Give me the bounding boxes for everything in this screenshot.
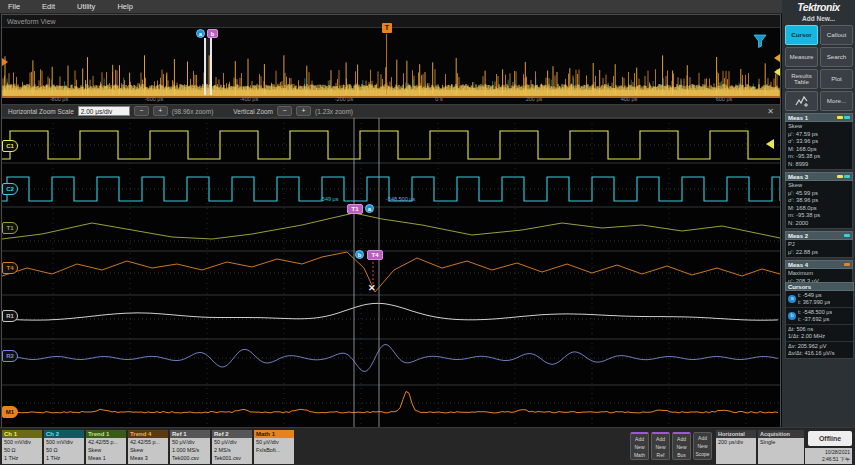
right-sidebar: Tektronix Add New... CursorCalloutMeasur… [782, 0, 855, 427]
cursor-b-marker[interactable]: b [355, 250, 364, 259]
badge-ref-2[interactable]: Ref 250 μV/div2 MS/sTek001.csv [212, 430, 252, 464]
measurement-badges: Meas 1Skewμ': 47.59 psσ': 33.96 psM: 168… [782, 111, 855, 287]
cursor-flag-t4[interactable]: T4 [367, 250, 383, 260]
menu-bar: FileEditUtilityHelp [0, 0, 782, 14]
zoom-window-handle[interactable] [204, 38, 212, 95]
waypoint-marker[interactable]: ✕ [368, 283, 376, 293]
add-button-line: Add [631, 435, 648, 443]
zoom-close-icon[interactable]: ✕ [767, 107, 774, 116]
meas-value-line: M: 168.0ps [788, 205, 850, 213]
cursor-a-marker[interactable]: a [365, 204, 374, 213]
hzoom-plus-button[interactable]: + [153, 106, 168, 116]
more--button[interactable]: More... [820, 91, 853, 111]
add-new-scope-button[interactable]: AddNewScope [693, 432, 712, 460]
meas-badge-meas-2[interactable]: Meas 2PJμ': 22.88 ps [785, 231, 853, 258]
add-new-button-grid: CursorCalloutMeasureSearchResults TableP… [785, 25, 853, 111]
callout-button[interactable]: Callout [820, 25, 853, 45]
overview-tick-label: 400 μs [621, 96, 638, 102]
meas-value-line: Maximum [788, 270, 850, 278]
cursors-results-panel[interactable]: Cursors a t: -549 μs t: 367.990 μs b t: … [785, 282, 854, 359]
handle-r2[interactable]: R2 [2, 350, 18, 362]
draw-button[interactable] [785, 91, 818, 111]
meas-value-line: μ': 22.88 ps [788, 249, 850, 257]
date: 10/28/2021 [807, 449, 850, 456]
horizontal-badge[interactable]: Horizontal 200 μs/div [716, 430, 756, 464]
waveform-traces [2, 118, 780, 428]
inv-delta-t: 1/Δt: 2.00 MHz [788, 333, 851, 340]
hzoom-scale-input[interactable] [78, 106, 130, 116]
handle-r1[interactable]: R1 [2, 310, 18, 322]
trigger-marker[interactable]: T [382, 23, 392, 33]
waveform-panel: Waveform View -800 μs-600 μs-400 μs-200 … [1, 14, 781, 427]
cursor-button[interactable]: Cursor [785, 25, 818, 45]
badge-title: Trend 4 [128, 430, 168, 438]
handle-c2[interactable]: C2 [2, 183, 18, 195]
handle-m1[interactable]: M1 [2, 406, 18, 418]
acquisition-badge[interactable]: Acquisition Single [758, 430, 804, 464]
overview-tick-label: 200 μs [526, 96, 543, 102]
badge-trend-4[interactable]: Trend 442.42/55 p...SkewMeas 3 [128, 430, 168, 464]
bottom-badge-bar: Ch 1500 mV/div50 Ω1 THzCh 2500 mV/div50 … [0, 427, 855, 465]
cursor-flag-t1[interactable]: T1 [347, 204, 363, 214]
badge-title: Ref 2 [212, 430, 252, 438]
vzoom-plus-button[interactable]: + [296, 106, 311, 116]
trigger-level-arrow[interactable] [766, 139, 774, 149]
menu-item-utility[interactable]: Utility [77, 2, 95, 11]
badge-math-1[interactable]: Math 150 μV/divFxIsBoft... [254, 430, 294, 464]
hzoom-factor: (98.96x zoom) [172, 108, 214, 115]
search-button[interactable]: Search [820, 47, 853, 67]
badge-line: FxIsBoft... [256, 446, 292, 454]
meas-badge-meas-1[interactable]: Meas 1Skewμ': 47.59 psσ': 33.96 psM: 168… [785, 113, 853, 170]
results-table-button[interactable]: Results Table [785, 69, 818, 89]
menu-item-file[interactable]: File [8, 2, 20, 11]
badge-ch-1[interactable]: Ch 1500 mV/div50 Ω1 THz [2, 430, 42, 464]
badge-ch-2[interactable]: Ch 2500 mV/div50 Ω1 THz [44, 430, 84, 464]
meas-value-line: Skew [788, 182, 850, 190]
delta-v: Δv: 205.962 μV [788, 343, 851, 350]
badge-trend-1[interactable]: Trend 142.42/55 p...SkewMeas 1 [86, 430, 126, 464]
horizontal-badge-value: 200 μs/div [716, 438, 756, 464]
overview-tick-label: -200 μs [335, 96, 353, 102]
handle-t1[interactable]: T1 [2, 222, 18, 234]
acquisition-badge-title: Acquisition [758, 430, 804, 438]
source-chip [837, 116, 843, 119]
zoom-toolbar: Horizontal Zoom Scale − + (98.96x zoom) … [2, 104, 780, 118]
add-new-ref-button[interactable]: AddNewRef [651, 432, 670, 460]
badge-line: Meas 3 [130, 454, 166, 462]
overview-cursor-a[interactable]: a [196, 29, 205, 38]
filter-funnel-icon[interactable] [753, 34, 767, 48]
badge-title: Ref 1 [170, 430, 210, 438]
main-graticule[interactable]: C1C2T1T4R1R2M1 T1 a b T4 ✕ -549 μs -548.… [2, 118, 780, 428]
delta-v-readout: Δv: 205.962 μV Δv/Δt: 416.16 μV/s [786, 342, 853, 358]
cursor-b-t2: t: -37.692 μs [798, 316, 832, 323]
time: 2:46:51 下午 [807, 456, 850, 463]
vzoom-minus-button[interactable]: − [277, 106, 292, 116]
badge-title: Ch 1 [2, 430, 42, 438]
cursor-b-icon: b [788, 312, 796, 320]
add-button-line: Add [652, 435, 669, 443]
add-new-bus-button[interactable]: AddNewBus [672, 432, 691, 460]
add-button-line: New [631, 443, 648, 451]
draw-icon [795, 95, 809, 107]
hzoom-label: Horizontal Zoom Scale [8, 108, 74, 115]
meas-badge-meas-3[interactable]: Meas 3Skewμ': 45.99 psσ': 38.96 psM: 168… [785, 172, 853, 229]
add-new-math-button[interactable]: AddNewMath [630, 432, 649, 460]
offline-button[interactable]: Offline [808, 431, 852, 446]
acquisition-overview[interactable]: -800 μs-600 μs-400 μs-200 μs0 s200 μs400… [2, 28, 780, 104]
hzoom-minus-button[interactable]: − [134, 106, 149, 116]
source-chip [837, 175, 843, 178]
plot-button[interactable]: Plot [820, 69, 853, 89]
overview-cursor-b[interactable]: b [207, 29, 218, 38]
meas-value-line: PJ [788, 241, 850, 249]
measure-button[interactable]: Measure [785, 47, 818, 67]
badge-line: Tek001.csv [214, 454, 250, 462]
badge-line: 1 THz [46, 454, 82, 462]
handle-c1[interactable]: C1 [2, 140, 18, 152]
menu-item-edit[interactable]: Edit [42, 2, 55, 11]
meas-badge-title: Meas 3 [788, 174, 836, 180]
menu-item-help[interactable]: Help [117, 2, 132, 11]
add-button-line: New [673, 443, 690, 451]
badge-ref-1[interactable]: Ref 150 μV/div1.000 MS/sTek000.csv [170, 430, 210, 464]
handle-t4[interactable]: T4 [2, 262, 18, 274]
meas-badge-title: Meas 4 [788, 262, 843, 268]
